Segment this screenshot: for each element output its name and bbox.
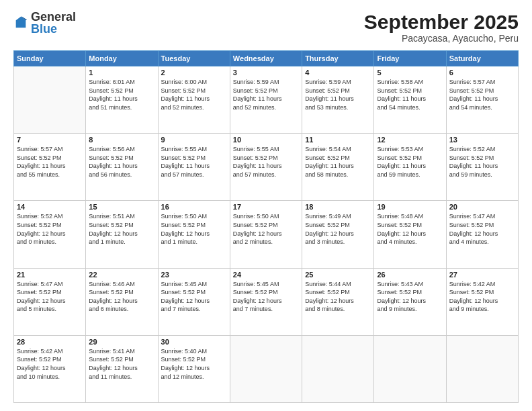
calendar-cell: 3Sunrise: 5:59 AM Sunset: 5:52 PM Daylig… [230,66,302,134]
day-number: 19 [377,203,443,211]
calendar-cell [230,335,302,402]
weekday-header: Thursday [302,51,374,66]
calendar-week-row: 7Sunrise: 5:57 AM Sunset: 5:52 PM Daylig… [14,134,519,201]
day-info: Sunrise: 5:45 AM Sunset: 5:52 PM Dayligh… [161,280,227,314]
day-number: 6 [449,68,515,77]
day-info: Sunrise: 5:59 AM Sunset: 5:52 PM Dayligh… [305,78,371,111]
weekday-header: Sunday [14,51,86,66]
calendar-cell: 12Sunrise: 5:53 AM Sunset: 5:52 PM Dayli… [374,134,446,201]
day-number: 26 [377,271,443,279]
day-info: Sunrise: 5:47 AM Sunset: 5:52 PM Dayligh… [449,212,515,246]
day-number: 27 [449,271,515,279]
calendar-cell: 23Sunrise: 5:45 AM Sunset: 5:52 PM Dayli… [158,268,230,335]
calendar-week-row: 28Sunrise: 5:42 AM Sunset: 5:52 PM Dayli… [14,335,519,402]
calendar-week-row: 14Sunrise: 5:52 AM Sunset: 5:52 PM Dayli… [14,201,519,268]
logo-icon [13,15,28,30]
day-number: 10 [233,136,299,144]
day-number: 5 [377,68,443,77]
day-info: Sunrise: 6:00 AM Sunset: 5:52 PM Dayligh… [161,78,227,111]
day-info: Sunrise: 5:50 AM Sunset: 5:52 PM Dayligh… [161,212,227,246]
calendar-cell: 10Sunrise: 5:55 AM Sunset: 5:52 PM Dayli… [230,134,302,201]
day-number: 12 [377,136,443,144]
calendar-cell: 14Sunrise: 5:52 AM Sunset: 5:52 PM Dayli… [14,201,86,268]
calendar-cell: 17Sunrise: 5:50 AM Sunset: 5:52 PM Dayli… [230,201,302,268]
day-number: 17 [233,203,299,211]
day-number: 1 [89,68,154,77]
day-info: Sunrise: 5:45 AM Sunset: 5:52 PM Dayligh… [233,280,299,314]
day-number: 30 [161,338,227,346]
calendar-cell: 7Sunrise: 5:57 AM Sunset: 5:52 PM Daylig… [14,134,86,201]
day-info: Sunrise: 5:57 AM Sunset: 5:52 PM Dayligh… [17,145,83,179]
header: General Blue September 2025 Pacaycasa, A… [13,11,519,44]
title-block: September 2025 Pacaycasa, Ayacucho, Peru [364,11,519,44]
calendar-cell: 9Sunrise: 5:55 AM Sunset: 5:52 PM Daylig… [158,134,230,201]
logo-blue-text: Blue [31,23,76,35]
day-number: 28 [17,338,83,346]
day-info: Sunrise: 5:41 AM Sunset: 5:52 PM Dayligh… [89,347,154,381]
calendar-cell: 5Sunrise: 5:58 AM Sunset: 5:52 PM Daylig… [374,66,446,134]
weekday-header: Tuesday [158,51,230,66]
calendar-header-row: SundayMondayTuesdayWednesdayThursdayFrid… [14,51,519,66]
day-number: 2 [161,68,227,77]
day-number: 16 [161,203,227,211]
day-info: Sunrise: 5:43 AM Sunset: 5:52 PM Dayligh… [377,280,443,314]
day-info: Sunrise: 5:56 AM Sunset: 5:52 PM Dayligh… [89,145,154,179]
calendar-cell: 20Sunrise: 5:47 AM Sunset: 5:52 PM Dayli… [446,201,518,268]
weekday-header: Saturday [446,51,518,66]
calendar-cell: 6Sunrise: 5:57 AM Sunset: 5:52 PM Daylig… [446,66,518,134]
calendar-cell: 8Sunrise: 5:56 AM Sunset: 5:52 PM Daylig… [86,134,158,201]
day-info: Sunrise: 5:49 AM Sunset: 5:52 PM Dayligh… [305,212,371,246]
logo-text: General Blue [31,11,76,35]
day-info: Sunrise: 5:48 AM Sunset: 5:52 PM Dayligh… [377,212,443,246]
calendar-cell [374,335,446,402]
calendar-cell: 2Sunrise: 6:00 AM Sunset: 5:52 PM Daylig… [158,66,230,134]
title-location: Pacaycasa, Ayacucho, Peru [364,33,519,44]
calendar-cell: 21Sunrise: 5:47 AM Sunset: 5:52 PM Dayli… [14,268,86,335]
calendar-cell: 11Sunrise: 5:54 AM Sunset: 5:52 PM Dayli… [302,134,374,201]
day-number: 22 [89,271,154,279]
day-number: 4 [305,68,371,77]
calendar-cell [446,335,518,402]
day-info: Sunrise: 5:50 AM Sunset: 5:52 PM Dayligh… [233,212,299,246]
calendar-cell: 28Sunrise: 5:42 AM Sunset: 5:52 PM Dayli… [14,335,86,402]
day-info: Sunrise: 5:54 AM Sunset: 5:52 PM Dayligh… [305,145,371,179]
calendar-cell: 18Sunrise: 5:49 AM Sunset: 5:52 PM Dayli… [302,201,374,268]
calendar-week-row: 21Sunrise: 5:47 AM Sunset: 5:52 PM Dayli… [14,268,519,335]
title-month: September 2025 [364,11,519,33]
calendar-cell: 22Sunrise: 5:46 AM Sunset: 5:52 PM Dayli… [86,268,158,335]
day-number: 18 [305,203,371,211]
calendar-cell: 4Sunrise: 5:59 AM Sunset: 5:52 PM Daylig… [302,66,374,134]
calendar-cell [302,335,374,402]
day-number: 11 [305,136,371,144]
day-number: 24 [233,271,299,279]
day-number: 3 [233,68,299,77]
logo-general-text: General [31,11,76,23]
day-number: 14 [17,203,83,211]
page: General Blue September 2025 Pacaycasa, A… [0,0,532,411]
day-info: Sunrise: 6:01 AM Sunset: 5:52 PM Dayligh… [89,78,154,111]
day-info: Sunrise: 5:42 AM Sunset: 5:52 PM Dayligh… [449,280,515,314]
calendar-cell: 19Sunrise: 5:48 AM Sunset: 5:52 PM Dayli… [374,201,446,268]
calendar-cell: 26Sunrise: 5:43 AM Sunset: 5:52 PM Dayli… [374,268,446,335]
day-info: Sunrise: 5:53 AM Sunset: 5:52 PM Dayligh… [377,145,443,179]
calendar-cell: 15Sunrise: 5:51 AM Sunset: 5:52 PM Dayli… [86,201,158,268]
weekday-header: Friday [374,51,446,66]
weekday-header: Monday [86,51,158,66]
day-info: Sunrise: 5:40 AM Sunset: 5:52 PM Dayligh… [161,347,227,381]
day-number: 15 [89,203,154,211]
day-info: Sunrise: 5:55 AM Sunset: 5:52 PM Dayligh… [233,145,299,179]
calendar-cell: 13Sunrise: 5:52 AM Sunset: 5:52 PM Dayli… [446,134,518,201]
day-number: 29 [89,338,154,346]
day-info: Sunrise: 5:46 AM Sunset: 5:52 PM Dayligh… [89,280,154,314]
calendar-cell: 30Sunrise: 5:40 AM Sunset: 5:52 PM Dayli… [158,335,230,402]
day-info: Sunrise: 5:55 AM Sunset: 5:52 PM Dayligh… [161,145,227,179]
logo: General Blue [13,11,76,35]
day-info: Sunrise: 5:52 AM Sunset: 5:52 PM Dayligh… [17,212,83,246]
day-info: Sunrise: 5:52 AM Sunset: 5:52 PM Dayligh… [449,145,515,179]
day-number: 20 [449,203,515,211]
day-number: 7 [17,136,83,144]
calendar-week-row: 1Sunrise: 6:01 AM Sunset: 5:52 PM Daylig… [14,66,519,134]
calendar-table: SundayMondayTuesdayWednesdayThursdayFrid… [13,50,519,403]
day-info: Sunrise: 5:57 AM Sunset: 5:52 PM Dayligh… [449,78,515,111]
day-info: Sunrise: 5:59 AM Sunset: 5:52 PM Dayligh… [233,78,299,111]
